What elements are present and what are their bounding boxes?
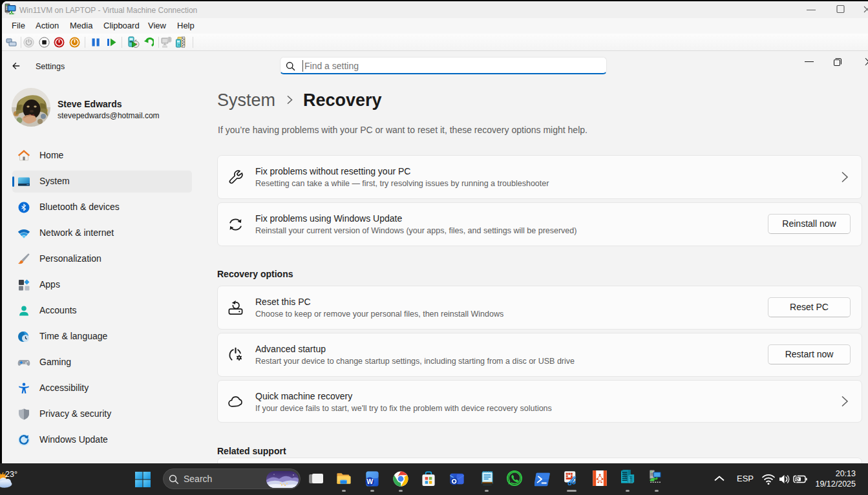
svg-text:W: W: [366, 478, 373, 485]
